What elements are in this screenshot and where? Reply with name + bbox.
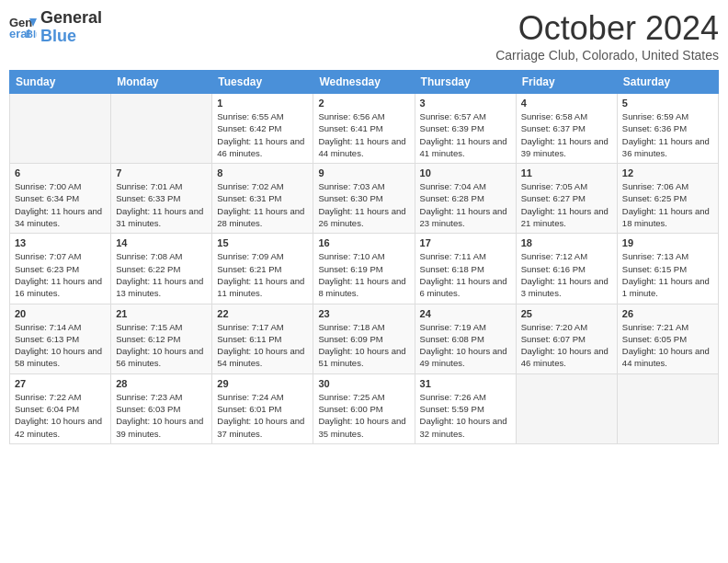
calendar-cell xyxy=(111,94,212,164)
logo-text: General Blue xyxy=(40,9,102,46)
day-info: Sunrise: 6:58 AM Sunset: 6:37 PM Dayligh… xyxy=(521,110,612,159)
day-info: Sunrise: 7:11 AM Sunset: 6:18 PM Dayligh… xyxy=(420,250,511,299)
day-number: 9 xyxy=(318,167,409,178)
calendar-week-2: 6Sunrise: 7:00 AM Sunset: 6:34 PM Daylig… xyxy=(10,164,719,234)
title-section: October 2024 Carriage Club, Colorado, Un… xyxy=(495,9,719,63)
day-info: Sunrise: 7:09 AM Sunset: 6:21 PM Dayligh… xyxy=(217,250,308,299)
calendar-cell: 21Sunrise: 7:15 AM Sunset: 6:12 PM Dayli… xyxy=(111,304,212,373)
day-number: 1 xyxy=(217,98,308,109)
day-number: 5 xyxy=(622,98,713,109)
calendar-cell: 6Sunrise: 7:00 AM Sunset: 6:34 PM Daylig… xyxy=(10,164,111,234)
day-info: Sunrise: 7:23 AM Sunset: 6:03 PM Dayligh… xyxy=(116,391,207,440)
svg-text:Blue: Blue xyxy=(26,29,37,40)
day-info: Sunrise: 7:02 AM Sunset: 6:31 PM Dayligh… xyxy=(217,180,308,229)
calendar-week-4: 20Sunrise: 7:14 AM Sunset: 6:13 PM Dayli… xyxy=(10,304,719,373)
calendar-cell xyxy=(10,94,111,164)
day-info: Sunrise: 7:01 AM Sunset: 6:33 PM Dayligh… xyxy=(116,180,207,229)
calendar-cell: 17Sunrise: 7:11 AM Sunset: 6:18 PM Dayli… xyxy=(415,234,516,304)
logo-blue-text: Blue xyxy=(40,28,102,46)
calendar-cell: 22Sunrise: 7:17 AM Sunset: 6:11 PM Dayli… xyxy=(212,304,313,373)
day-number: 27 xyxy=(15,378,106,389)
month-title: October 2024 xyxy=(495,9,719,48)
day-info: Sunrise: 7:15 AM Sunset: 6:12 PM Dayligh… xyxy=(116,321,207,370)
calendar-cell: 29Sunrise: 7:24 AM Sunset: 6:01 PM Dayli… xyxy=(212,373,313,443)
col-friday: Friday xyxy=(516,71,617,94)
calendar-cell: 11Sunrise: 7:05 AM Sunset: 6:27 PM Dayli… xyxy=(516,164,617,234)
day-info: Sunrise: 7:25 AM Sunset: 6:00 PM Dayligh… xyxy=(318,391,409,440)
day-info: Sunrise: 7:21 AM Sunset: 6:05 PM Dayligh… xyxy=(622,321,713,370)
day-number: 20 xyxy=(15,308,106,319)
calendar-cell xyxy=(516,373,617,443)
calendar-cell: 26Sunrise: 7:21 AM Sunset: 6:05 PM Dayli… xyxy=(617,304,718,373)
day-info: Sunrise: 7:06 AM Sunset: 6:25 PM Dayligh… xyxy=(622,180,713,229)
calendar-cell: 28Sunrise: 7:23 AM Sunset: 6:03 PM Dayli… xyxy=(111,373,212,443)
calendar-cell: 23Sunrise: 7:18 AM Sunset: 6:09 PM Dayli… xyxy=(313,304,415,373)
calendar-cell: 10Sunrise: 7:04 AM Sunset: 6:28 PM Dayli… xyxy=(415,164,516,234)
day-number: 25 xyxy=(521,308,612,319)
day-number: 8 xyxy=(217,167,308,178)
day-info: Sunrise: 7:14 AM Sunset: 6:13 PM Dayligh… xyxy=(15,321,106,370)
day-info: Sunrise: 7:26 AM Sunset: 5:59 PM Dayligh… xyxy=(420,391,511,440)
day-number: 23 xyxy=(318,308,409,319)
calendar-week-5: 27Sunrise: 7:22 AM Sunset: 6:04 PM Dayli… xyxy=(10,373,719,443)
calendar-cell: 5Sunrise: 6:59 AM Sunset: 6:36 PM Daylig… xyxy=(617,94,718,164)
day-info: Sunrise: 6:55 AM Sunset: 6:42 PM Dayligh… xyxy=(217,110,308,159)
calendar-cell: 7Sunrise: 7:01 AM Sunset: 6:33 PM Daylig… xyxy=(111,164,212,234)
col-saturday: Saturday xyxy=(617,71,718,94)
day-info: Sunrise: 7:17 AM Sunset: 6:11 PM Dayligh… xyxy=(217,321,308,370)
calendar-cell: 13Sunrise: 7:07 AM Sunset: 6:23 PM Dayli… xyxy=(10,234,111,304)
calendar-cell: 18Sunrise: 7:12 AM Sunset: 6:16 PM Dayli… xyxy=(516,234,617,304)
calendar-cell: 3Sunrise: 6:57 AM Sunset: 6:39 PM Daylig… xyxy=(415,94,516,164)
col-monday: Monday xyxy=(111,71,212,94)
day-number: 7 xyxy=(116,167,207,178)
day-info: Sunrise: 7:08 AM Sunset: 6:22 PM Dayligh… xyxy=(116,250,207,299)
calendar-week-1: 1Sunrise: 6:55 AM Sunset: 6:42 PM Daylig… xyxy=(10,94,719,164)
col-wednesday: Wednesday xyxy=(313,71,415,94)
day-info: Sunrise: 7:19 AM Sunset: 6:08 PM Dayligh… xyxy=(420,321,511,370)
day-number: 16 xyxy=(318,237,409,248)
calendar-cell: 8Sunrise: 7:02 AM Sunset: 6:31 PM Daylig… xyxy=(212,164,313,234)
day-info: Sunrise: 7:10 AM Sunset: 6:19 PM Dayligh… xyxy=(318,250,409,299)
day-number: 11 xyxy=(521,167,612,178)
calendar-table: Sunday Monday Tuesday Wednesday Thursday… xyxy=(9,70,719,444)
day-number: 31 xyxy=(420,378,511,389)
day-info: Sunrise: 7:07 AM Sunset: 6:23 PM Dayligh… xyxy=(15,250,106,299)
page-header: Gen eral Blue General Blue October 2024 … xyxy=(9,9,719,63)
calendar-cell: 27Sunrise: 7:22 AM Sunset: 6:04 PM Dayli… xyxy=(10,373,111,443)
day-info: Sunrise: 7:22 AM Sunset: 6:04 PM Dayligh… xyxy=(15,391,106,440)
calendar-cell: 15Sunrise: 7:09 AM Sunset: 6:21 PM Dayli… xyxy=(212,234,313,304)
calendar-cell: 19Sunrise: 7:13 AM Sunset: 6:15 PM Dayli… xyxy=(617,234,718,304)
col-sunday: Sunday xyxy=(10,71,111,94)
day-info: Sunrise: 7:03 AM Sunset: 6:30 PM Dayligh… xyxy=(318,180,409,229)
calendar-cell: 25Sunrise: 7:20 AM Sunset: 6:07 PM Dayli… xyxy=(516,304,617,373)
day-number: 26 xyxy=(622,308,713,319)
day-info: Sunrise: 7:04 AM Sunset: 6:28 PM Dayligh… xyxy=(420,180,511,229)
day-number: 2 xyxy=(318,98,409,109)
calendar-cell: 14Sunrise: 7:08 AM Sunset: 6:22 PM Dayli… xyxy=(111,234,212,304)
calendar-cell xyxy=(617,373,718,443)
day-number: 10 xyxy=(420,167,511,178)
day-info: Sunrise: 6:59 AM Sunset: 6:36 PM Dayligh… xyxy=(622,110,713,159)
calendar-cell: 30Sunrise: 7:25 AM Sunset: 6:00 PM Dayli… xyxy=(313,373,415,443)
calendar-header-row: Sunday Monday Tuesday Wednesday Thursday… xyxy=(10,71,719,94)
calendar-cell: 16Sunrise: 7:10 AM Sunset: 6:19 PM Dayli… xyxy=(313,234,415,304)
calendar-cell: 4Sunrise: 6:58 AM Sunset: 6:37 PM Daylig… xyxy=(516,94,617,164)
location-subtitle: Carriage Club, Colorado, United States xyxy=(495,48,719,63)
col-thursday: Thursday xyxy=(415,71,516,94)
calendar-cell: 2Sunrise: 6:56 AM Sunset: 6:41 PM Daylig… xyxy=(313,94,415,164)
day-number: 13 xyxy=(15,237,106,248)
day-number: 28 xyxy=(116,378,207,389)
day-number: 6 xyxy=(15,167,106,178)
day-info: Sunrise: 7:18 AM Sunset: 6:09 PM Dayligh… xyxy=(318,321,409,370)
day-number: 18 xyxy=(521,237,612,248)
day-info: Sunrise: 7:13 AM Sunset: 6:15 PM Dayligh… xyxy=(622,250,713,299)
day-number: 17 xyxy=(420,237,511,248)
calendar-cell: 9Sunrise: 7:03 AM Sunset: 6:30 PM Daylig… xyxy=(313,164,415,234)
day-number: 12 xyxy=(622,167,713,178)
day-info: Sunrise: 6:57 AM Sunset: 6:39 PM Dayligh… xyxy=(420,110,511,159)
day-number: 4 xyxy=(521,98,612,109)
calendar-cell: 1Sunrise: 6:55 AM Sunset: 6:42 PM Daylig… xyxy=(212,94,313,164)
day-info: Sunrise: 7:20 AM Sunset: 6:07 PM Dayligh… xyxy=(521,321,612,370)
day-number: 19 xyxy=(622,237,713,248)
day-number: 21 xyxy=(116,308,207,319)
